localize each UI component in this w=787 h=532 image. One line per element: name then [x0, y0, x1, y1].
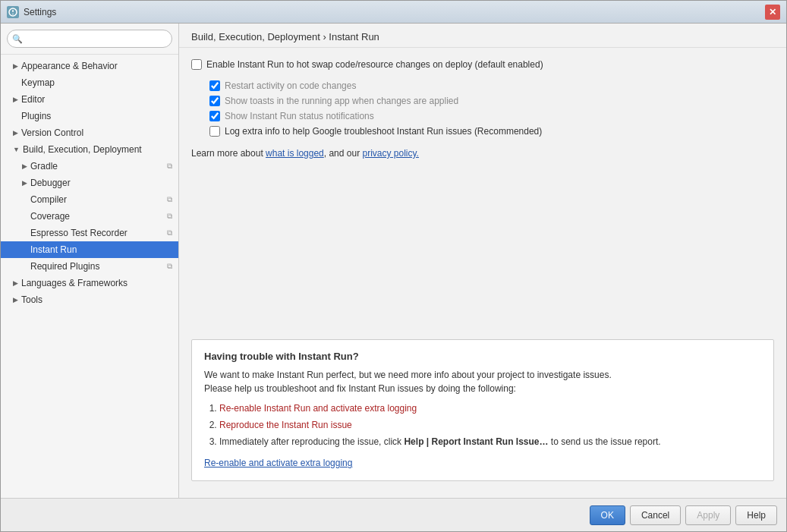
sidebar-item-build[interactable]: ▼ Build, Execution, Deployment [1, 141, 178, 158]
search-wrap: 🔍 [7, 30, 172, 48]
sidebar-item-label: Tools [21, 294, 42, 305]
sidebar-item-label: Debugger [30, 178, 71, 188]
sidebar-item-tools[interactable]: ▶ Tools [1, 291, 178, 308]
trouble-line2: Please help us troubleshoot and fix Inst… [204, 383, 516, 394]
checkbox-show-status: Show Instant Run status notifications [209, 109, 774, 124]
trouble-step-1: Re-enable Instant Run and activate extra… [219, 401, 761, 415]
step3-bold: Help | Report Instant Run Issue… [404, 436, 548, 447]
bottom-bar: OK Cancel Apply Help [1, 498, 786, 531]
what-is-logged-link[interactable]: what is logged [266, 148, 324, 159]
nav-tree: ▶ Appearance & Behavior ▶ Keymap ▶ Edito… [1, 55, 178, 498]
main-content: 🔍 ▶ Appearance & Behavior ▶ Keymap ▶ [1, 24, 786, 498]
learn-more-prefix: Learn more about [191, 148, 266, 159]
sidebar-item-appearance[interactable]: ▶ Appearance & Behavior [1, 58, 178, 74]
sidebar-item-label: Build, Execution, Deployment [23, 144, 142, 155]
sidebar-item-editor[interactable]: ▶ Editor [1, 91, 178, 108]
external-icon: ⧉ [167, 212, 172, 221]
arrow-icon: ▶ [22, 162, 27, 170]
external-icon: ⧉ [167, 262, 172, 271]
sidebar-item-label: Plugins [21, 111, 51, 121]
arrow-down-icon: ▼ [13, 146, 20, 153]
panel-content: Enable Instant Run to hot swap code/reso… [179, 48, 786, 498]
help-button[interactable]: Help [735, 505, 777, 525]
cancel-button[interactable]: Cancel [630, 505, 681, 525]
learn-more-text: Learn more about what is logged, and our… [191, 145, 774, 162]
arrow-icon: ▶ [13, 296, 18, 304]
enable-instant-run-label: Enable Instant Run to hot swap code/reso… [206, 59, 543, 70]
step3-suffix: to send us the issue report. [549, 436, 661, 447]
arrow-icon: ▶ [13, 129, 18, 137]
restart-activity-label: Restart activity on code changes [225, 80, 356, 91]
reenable-link[interactable]: Re-enable and activate extra logging [204, 458, 352, 468]
checkbox-log-extra: Log extra info to help Google troublesho… [209, 124, 774, 139]
arrow-icon: ▶ [13, 279, 18, 287]
breadcrumb: Build, Execution, Deployment › Instant R… [179, 24, 786, 48]
sidebar-item-label: Version Control [21, 127, 83, 138]
sidebar-item-label: Espresso Test Recorder [30, 228, 127, 238]
enable-instant-run-checkbox[interactable] [191, 59, 202, 70]
main-panel: Build, Execution, Deployment › Instant R… [179, 24, 786, 498]
sidebar-item-plugins[interactable]: ▶ Plugins [1, 108, 178, 124]
trouble-step-2: Reproduce the Instant Run issue [219, 418, 761, 432]
sidebar-item-label: Required Plugins [30, 261, 99, 272]
trouble-body: We want to make Instant Run perfect, but… [204, 368, 761, 470]
sidebar-item-espresso[interactable]: ▶ Espresso Test Recorder ⧉ [1, 225, 178, 241]
external-icon: ⧉ [167, 195, 172, 204]
sidebar-item-languages[interactable]: ▶ Languages & Frameworks [1, 275, 178, 291]
step2-text: Reproduce the Instant Run issue [219, 420, 352, 430]
indent-options: Restart activity on code changes Show to… [191, 78, 774, 139]
sidebar-item-keymap[interactable]: ▶ Keymap [1, 74, 178, 91]
log-extra-checkbox[interactable] [209, 126, 220, 137]
window-title: Settings [24, 7, 765, 17]
step3-prefix: Immediately after reproducing the issue,… [219, 436, 404, 447]
settings-window: Settings ✕ 🔍 ▶ Appearance & Behavior ▶ [0, 0, 787, 532]
arrow-icon: ▶ [22, 179, 27, 187]
learn-more-middle: , and our [324, 148, 363, 159]
show-toasts-checkbox[interactable] [209, 96, 220, 106]
ok-button[interactable]: OK [590, 505, 625, 525]
window-icon [7, 6, 19, 18]
step1-text: Re-enable Instant Run and activate extra… [219, 403, 417, 414]
privacy-policy-link[interactable]: privacy policy. [362, 148, 418, 159]
sidebar-item-gradle[interactable]: ▶ Gradle ⧉ [1, 158, 178, 175]
sidebar-item-label: Gradle [30, 161, 58, 172]
sidebar-item-coverage[interactable]: ▶ Coverage ⧉ [1, 208, 178, 225]
sidebar-item-debugger[interactable]: ▶ Debugger [1, 175, 178, 191]
sidebar-item-label: Coverage [30, 211, 70, 222]
apply-button[interactable]: Apply [685, 505, 731, 525]
search-icon: 🔍 [12, 34, 23, 44]
sidebar-item-version-control[interactable]: ▶ Version Control [1, 124, 178, 141]
sidebar-item-compiler[interactable]: ▶ Compiler ⧉ [1, 191, 178, 208]
sidebar-item-label: Compiler [30, 194, 67, 205]
sidebar: 🔍 ▶ Appearance & Behavior ▶ Keymap ▶ [1, 24, 179, 498]
sidebar-item-label: Editor [21, 94, 45, 105]
search-box: 🔍 [1, 24, 178, 55]
sidebar-item-label: Instant Run [30, 244, 77, 255]
spacer [191, 168, 774, 333]
sidebar-item-label: Keymap [21, 77, 55, 88]
sidebar-item-required-plugins[interactable]: ▶ Required Plugins ⧉ [1, 258, 178, 275]
trouble-steps: Re-enable Instant Run and activate extra… [204, 401, 761, 449]
checkbox-show-toasts: Show toasts in the running app when chan… [209, 93, 774, 109]
sidebar-item-label: Appearance & Behavior [21, 61, 118, 71]
titlebar: Settings ✕ [1, 1, 786, 24]
sidebar-item-label: Languages & Frameworks [21, 278, 127, 288]
external-icon: ⧉ [167, 228, 172, 238]
trouble-title: Having trouble with Instant Run? [204, 351, 761, 362]
log-extra-label: Log extra info to help Google troublesho… [225, 126, 542, 137]
close-button[interactable]: ✕ [765, 5, 780, 20]
trouble-box: Having trouble with Instant Run? We want… [191, 339, 774, 481]
show-toasts-label: Show toasts in the running app when chan… [225, 96, 458, 106]
arrow-icon: ▶ [13, 62, 18, 70]
arrow-icon: ▶ [13, 96, 18, 103]
checkbox-enable-instant-run: Enable Instant Run to hot swap code/reso… [191, 57, 774, 72]
trouble-line1: We want to make Instant Run perfect, but… [204, 370, 612, 380]
search-input[interactable] [7, 30, 172, 48]
checkbox-restart-activity: Restart activity on code changes [209, 78, 774, 93]
show-status-label: Show Instant Run status notifications [225, 111, 374, 121]
restart-activity-checkbox[interactable] [209, 80, 220, 91]
sidebar-item-instant-run[interactable]: ▶ Instant Run [1, 241, 178, 258]
show-status-checkbox[interactable] [209, 111, 220, 121]
trouble-step-3: Immediately after reproducing the issue,… [219, 435, 761, 449]
svg-point-2 [12, 13, 14, 14]
